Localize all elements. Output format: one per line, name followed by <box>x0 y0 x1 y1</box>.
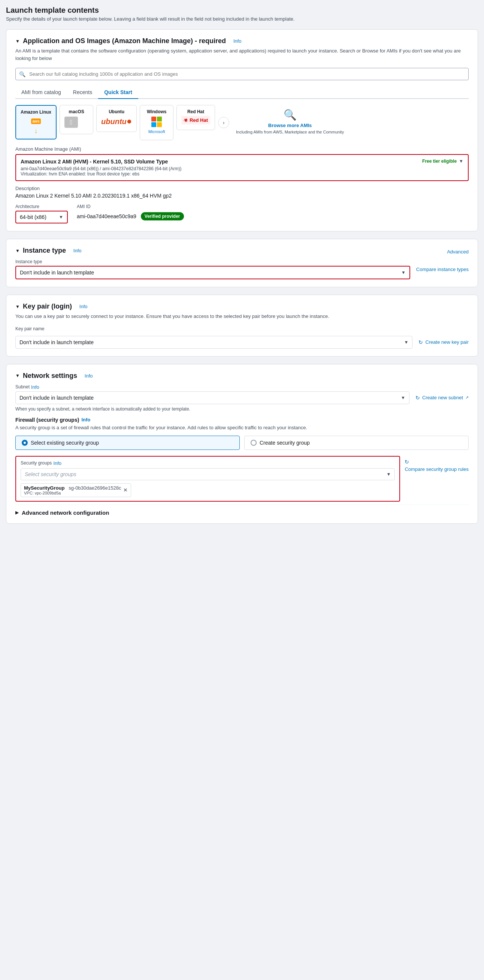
instance-type-row: Instance type Don't include in launch te… <box>15 259 469 279</box>
radio-create-new-indicator <box>251 440 257 446</box>
sg-tag-close-button[interactable]: ✕ <box>123 487 128 493</box>
sg-refresh-icon[interactable]: ↻ <box>405 459 409 465</box>
os-cards-next-button[interactable]: › <box>218 117 229 128</box>
security-groups-box: Security groups Info Select security gro… <box>15 456 400 502</box>
tab-recents[interactable]: Recents <box>67 86 98 99</box>
adv-net-title: Advanced network configuration <box>22 509 109 516</box>
firewall-header: Firewall (security groups) Info <box>15 417 469 423</box>
instance-type-section: ▼ Instance type Info Advanced Instance t… <box>6 239 478 287</box>
adv-net-expand-icon: ▶ <box>15 510 19 515</box>
key-pair-collapse-icon[interactable]: ▼ <box>15 304 20 309</box>
radio-create-new[interactable]: Create security group <box>244 436 469 450</box>
search-icon: 🔍 <box>19 71 25 77</box>
tab-quick-start[interactable]: Quick Start <box>98 86 138 99</box>
radio-select-existing[interactable]: Select existing security group <box>15 436 240 450</box>
ami-id-value: ami-0aa7d40eeae50c9a9 <box>77 211 136 222</box>
create-subnet-label: Create new subnet <box>422 395 463 400</box>
subnet-select-wrapper: Don't include in launch template ▼ <box>15 391 409 404</box>
ami-section-title: Application and OS Images (Amazon Machin… <box>23 37 226 45</box>
tab-ami-from-catalog[interactable]: AMI from catalog <box>15 86 67 99</box>
advanced-network-config[interactable]: ▶ Advanced network configuration <box>15 504 469 516</box>
browse-more-title: Browse more AMIs <box>268 123 312 128</box>
subnet-value: Don't include in launch template <box>19 395 401 401</box>
ami-tabs: AMI from catalog Recents Quick Start <box>15 86 469 99</box>
network-collapse-icon[interactable]: ▼ <box>15 373 20 378</box>
browse-more-amis[interactable]: 🔍 Browse more AMIs Including AMIs from A… <box>232 105 348 138</box>
sg-box-label: Security groups Info <box>21 460 395 466</box>
subnet-note: When you specify a subnet, a network int… <box>15 406 469 412</box>
ami-section-description: An AMI is a template that contains the s… <box>15 47 469 62</box>
ami-id-field: AMI ID ami-0aa7d40eeae50c9a9 Verified pr… <box>77 204 184 222</box>
verified-provider-badge: Verified provider <box>141 212 184 220</box>
sg-tag-content: MySecurityGroup sg-0b30dae2696e1528c VPC… <box>24 485 121 495</box>
subnet-select[interactable]: Don't include in launch template ▼ <box>15 391 409 404</box>
os-label-redhat: Red Hat <box>181 109 210 115</box>
external-link-icon: ↗ <box>465 395 469 400</box>
instance-type-header-row: ▼ Instance type Info Advanced <box>15 247 469 257</box>
network-header: ▼ Network settings Info <box>15 372 469 380</box>
network-info-link[interactable]: Info <box>85 373 93 379</box>
subnet-info-link[interactable]: Info <box>31 384 39 390</box>
firewall-label: Firewall (security groups) <box>15 417 79 423</box>
ami-collapse-icon[interactable]: ▼ <box>15 39 20 44</box>
security-group-radio-options: Select existing security group Create se… <box>15 436 469 450</box>
compare-instance-types-link[interactable]: Compare instance types <box>416 267 469 272</box>
instance-type-value: Don't include in launch template <box>20 270 401 275</box>
ami-select-box[interactable]: Amazon Linux 2 AMI (HVM) - Kernel 5.10, … <box>15 154 469 181</box>
os-card-redhat[interactable]: Red Hat ☣ Red Hat <box>176 105 215 130</box>
key-pair-select[interactable]: Don't include in launch template ▼ <box>15 336 413 348</box>
instance-type-field-label: Instance type <box>15 259 410 264</box>
ami-info-link[interactable]: Info <box>233 38 242 44</box>
key-pair-field-label: Key pair name <box>15 326 469 331</box>
arch-ami-row: Architecture 64-bit (x86) ▼ AMI ID ami-0… <box>15 204 469 223</box>
windows-logo <box>151 116 162 127</box>
os-card-macos[interactable]: macOS  <box>60 105 93 134</box>
key-pair-section: ▼ Key pair (login) Info You can use a ke… <box>6 295 478 356</box>
ami-search-container: 🔍 <box>15 68 469 80</box>
ami-search-input[interactable] <box>15 68 469 80</box>
os-label-ubuntu: Ubuntu <box>101 109 132 115</box>
architecture-field: Architecture 64-bit (x86) ▼ <box>15 204 68 223</box>
architecture-select[interactable]: 64-bit (x86) ▼ <box>15 211 68 223</box>
os-card-amazon-linux[interactable]: Amazon Linux aws ↓ <box>15 105 57 140</box>
key-pair-dropdown-icon: ▼ <box>404 340 408 345</box>
architecture-label: Architecture <box>15 204 68 209</box>
instance-type-select[interactable]: Don't include in launch template ▼ <box>15 266 410 279</box>
os-card-windows[interactable]: Windows Microsoft <box>140 105 173 140</box>
sg-dropdown-icon: ▼ <box>387 472 391 477</box>
refresh-icon: ↻ <box>419 339 423 345</box>
architecture-dropdown-icon: ▼ <box>59 215 63 220</box>
network-title: Network settings <box>23 372 77 380</box>
os-label-macos: macOS <box>64 109 89 115</box>
instance-type-collapse-icon[interactable]: ▼ <box>15 248 20 253</box>
os-cards-row: Amazon Linux aws ↓ macOS  Ubuntu ubuntu… <box>15 105 469 140</box>
firewall-description: A security group is a set of firewall ru… <box>15 425 469 431</box>
create-key-pair-label: Create new key pair <box>425 339 469 345</box>
architecture-value: 64-bit (x86) <box>20 214 56 220</box>
ami-section: ▼ Application and OS Images (Amazon Mach… <box>6 29 478 231</box>
key-pair-row: Don't include in launch template ▼ ↻ Cre… <box>15 336 469 348</box>
create-subnet-link[interactable]: ↻ Create new subnet ↗ <box>416 395 469 401</box>
sg-info-link[interactable]: Info <box>53 460 62 466</box>
ami-select-meta1: ami-0aa7d40eeae50c9a9 (64-bit (x86)) / a… <box>21 166 422 171</box>
firewall-info-link[interactable]: Info <box>81 417 90 423</box>
search-browse-icon: 🔍 <box>284 109 297 121</box>
os-card-ubuntu[interactable]: Ubuntu ubuntu● <box>96 105 137 132</box>
subnet-label: Subnet Info <box>15 384 469 390</box>
instance-type-advanced-link[interactable]: Advanced <box>447 249 469 255</box>
description-value: Amazon Linux 2 Kernel 5.10 AMI 2.0.20230… <box>15 193 469 199</box>
instance-type-info-link[interactable]: Info <box>73 248 82 253</box>
key-pair-info-link[interactable]: Info <box>79 304 88 309</box>
sg-tag-name: MySecurityGroup <box>24 485 64 491</box>
create-key-pair-link[interactable]: ↻ Create new key pair <box>419 339 469 345</box>
microsoft-label: Microsoft <box>144 129 168 134</box>
ami-field-label: Amazon Machine Image (AMI) <box>15 146 469 152</box>
radio-select-existing-label: Select existing security group <box>31 440 99 446</box>
ami-select-meta2: Virtualization: hvm ENA enabled: true Ro… <box>21 171 422 177</box>
compare-sg-link[interactable]: Compare security group rules <box>405 466 469 472</box>
sg-select-dropdown[interactable]: Select security groups ▼ <box>21 468 395 480</box>
radio-create-new-label: Create security group <box>260 440 310 446</box>
key-pair-title: Key pair (login) <box>23 302 72 310</box>
ami-dropdown-icon: ▼ <box>459 159 463 164</box>
page-title: Launch template contents <box>6 6 478 14</box>
